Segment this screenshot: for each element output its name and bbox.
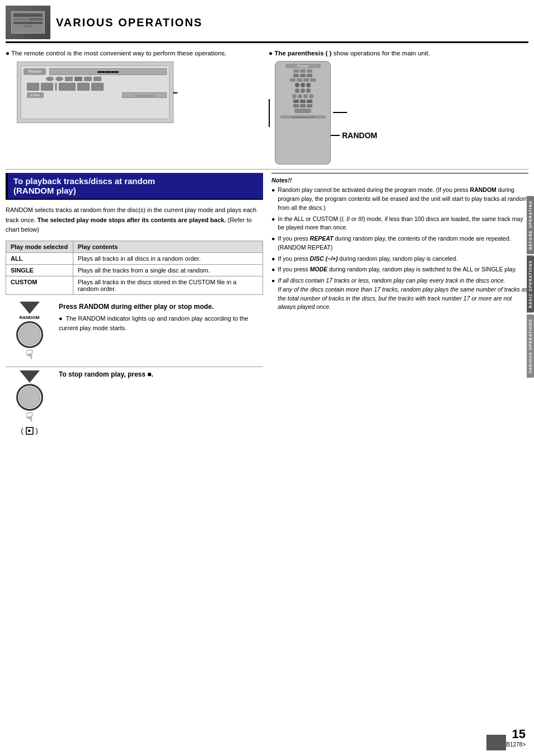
note-text-5: If all discs contain 17 tracks or less, … [278, 276, 528, 312]
stop-instructions: To stop random play, press ■. [59, 370, 263, 378]
header-logo [6, 6, 50, 39]
notes-title: Notes!! [271, 177, 528, 184]
note-text-1: In the ALL or CUSTOM (I, II or III) mode… [278, 215, 528, 233]
press-sub-text: The RANDOM indicator lights up and rando… [59, 315, 248, 331]
note-bullet-0: ● [271, 186, 275, 212]
table-cell-content-2: Plays all tracks in the discs stored in … [73, 276, 263, 295]
stop-triangle [20, 370, 40, 383]
button-diagram: RANDOM ☟ [6, 302, 53, 362]
intro-right-bold: The parenthesis ( ) [274, 50, 333, 57]
hand-icon: ☟ [26, 348, 33, 362]
remote-section: Pioneer [269, 61, 528, 165]
table-header-mode: Play mode selected [6, 241, 73, 253]
note-item-1: ● In the ALL or CUSTOM (I, II or III) mo… [271, 215, 528, 233]
page-title: VARIOUS OPERATIONS [56, 16, 528, 29]
notes-section: Notes!! ● Random play cannot be activate… [271, 173, 528, 312]
table-cell-content-0: Plays all tracks in all discs in a rando… [73, 253, 263, 265]
note-item-2: ● If you press REPEAT during random play… [271, 234, 528, 252]
footer-logo-box [486, 735, 506, 750]
note-item-5: ● If all discs contain 17 tracks or less… [271, 276, 528, 312]
section-heading-line [6, 199, 263, 200]
main-section: To playback tracks/discs at random (RAND… [6, 173, 528, 435]
stop-hand-icon: ☟ [26, 410, 33, 425]
stop-random-section: ☟ ( ■ ) To stop random play, press ■. [6, 370, 263, 435]
random-intro-bold: The selected play mode stops after its c… [38, 217, 226, 223]
random-label: RANDOM [342, 131, 377, 140]
intro-right-normal: show operations for the main unit. [334, 50, 430, 57]
note-item-3: ● If you press DISC (–/+) during random … [271, 255, 528, 264]
stop-square-sym: ■ [28, 428, 31, 433]
stop-text: To stop random play, press ■. [59, 370, 263, 378]
stop-button-diagram: ☟ ( ■ ) [6, 370, 53, 435]
note-item-4: ● If you press MODE during random play, … [271, 265, 528, 274]
intro-right: The parenthesis ( ) show operations for … [269, 49, 528, 165]
side-tabs: BEFORE OPERATING BASIC OPERATIONS VARIOU… [527, 196, 534, 378]
note-bullet-1: ● [271, 215, 275, 233]
open-paren: ( [21, 426, 23, 435]
note-text-0: Random play cannot be activated during t… [278, 186, 528, 212]
stop-circle-inner [19, 387, 40, 408]
stop-square-icon: ■ [26, 427, 34, 435]
page-container: VARIOUS OPERATIONS The remote control is… [0, 0, 534, 756]
intro-section: The remote control is the most convenien… [6, 49, 528, 165]
note-bullet-4: ● [271, 265, 275, 274]
main-right: Notes!! ● Random play cannot be activate… [271, 173, 528, 435]
random-button-label: RANDOM [20, 315, 40, 320]
left-bar [269, 99, 270, 127]
table-header-content: Play contents [73, 241, 263, 253]
intro-left: The remote control is the most convenien… [6, 49, 257, 165]
intro-right-text: The parenthesis ( ) show operations for … [269, 49, 528, 58]
press-random-section: RANDOM ☟ Press RANDOM during either play… [6, 302, 263, 362]
stop-bracket: ( ■ ) [21, 426, 38, 435]
note-item-0: ● Random play cannot be activated during… [271, 186, 528, 212]
side-tab-before-operating: BEFORE OPERATING [527, 196, 534, 254]
main-left: To playback tracks/discs at random (RAND… [6, 173, 263, 435]
note-bullet-5: ● [271, 276, 275, 312]
side-tab-basic-operations: BASIC OPERATIONS [527, 256, 534, 313]
circle-button-inner [19, 324, 40, 345]
table-cell-mode-1: SINGLE [6, 265, 73, 276]
random-intro: RANDOM selects tracks at random from the… [6, 205, 263, 235]
note-text-2: If you press REPEAT during random play, … [278, 234, 528, 252]
table-cell-content-1: Plays all the tracks from a single disc … [73, 265, 263, 276]
intro-left-text: The remote control is the most convenien… [6, 49, 257, 58]
close-paren: ) [36, 426, 38, 435]
bullet-sym: ● [59, 315, 63, 322]
press-main-step: Press RANDOM during either play or stop … [59, 302, 263, 312]
play-mode-table: Play mode selected Play contents ALL Pla… [6, 241, 263, 295]
connector-line [173, 92, 177, 93]
note-text-4: If you press MODE during random play, ra… [278, 265, 528, 274]
remote-image: Pioneer [275, 61, 331, 165]
side-tab-various-operations: VARIOUS OPERATIONS [527, 314, 534, 378]
stop-circle-button [16, 384, 43, 411]
device-image: Pioneer ■■■■■■■■■ [17, 62, 174, 123]
circle-button [16, 321, 43, 348]
press-sub-step: ● The RANDOM indicator lights up and ran… [59, 314, 263, 332]
note-text-3: If you press DISC (–/+) during random pl… [278, 255, 528, 264]
table-cell-mode-0: ALL [6, 253, 73, 265]
table-row: SINGLE Plays all the tracks from a singl… [6, 265, 263, 276]
page-header: VARIOUS OPERATIONS [6, 6, 528, 43]
triangle-down [20, 302, 40, 314]
press-instructions: Press RANDOM during either play or stop … [59, 302, 263, 332]
random-pointer [333, 112, 347, 113]
section-heading: To playback tracks/discs at random (RAND… [6, 173, 263, 199]
table-row: CUSTOM Plays all tracks in the discs sto… [6, 276, 263, 295]
note-bullet-2: ● [271, 234, 275, 252]
note-bullet-3: ● [271, 255, 275, 264]
section-title-area: To playback tracks/discs at random (RAND… [6, 173, 263, 200]
section-title-line2: (RANDOM play) [13, 186, 76, 195]
table-cell-mode-2: CUSTOM [6, 276, 73, 295]
table-row: ALL Plays all tracks in all discs in a r… [6, 253, 263, 265]
section-title-line1: To playback tracks/discs at random [13, 176, 155, 186]
